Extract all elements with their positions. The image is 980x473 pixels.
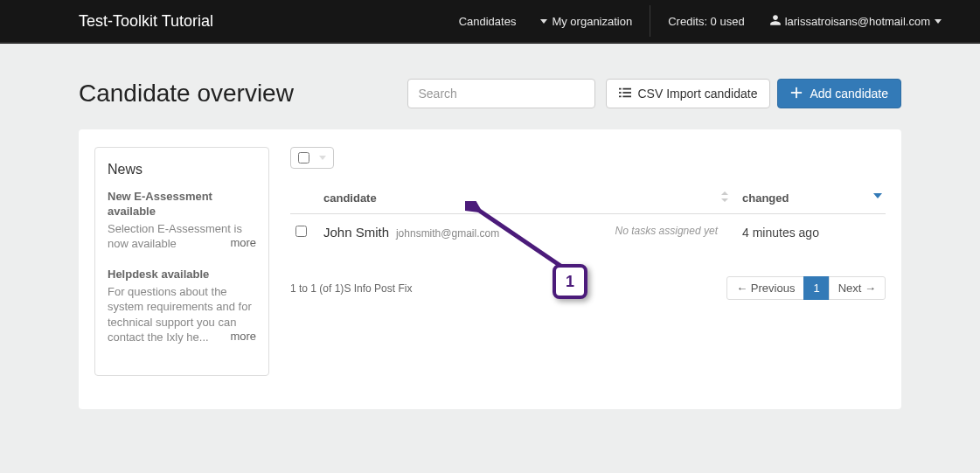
pager: ← Previous 1 Next → [726, 276, 886, 300]
user-icon [769, 14, 785, 29]
nav-my-organization[interactable]: My organization [528, 0, 644, 43]
add-candidate-label: Add candidate [810, 87, 888, 101]
csv-import-label: CSV Import candidate [638, 87, 758, 101]
news-item-more-link[interactable]: more [230, 236, 256, 249]
nav-user-menu[interactable]: larissatroisans@hotmail.com [757, 0, 954, 43]
news-item: New E-Assessment available Selection E-A… [108, 190, 256, 252]
top-navbar: Test-Toolkit Tutorial Candidates My orga… [0, 0, 980, 44]
row-checkbox[interactable] [295, 226, 307, 237]
svg-rect-1 [622, 87, 631, 89]
candidate-changed: 4 minutes ago [737, 214, 886, 251]
candidate-tasks-status: No tasks assigned yet [615, 225, 732, 237]
svg-rect-2 [619, 92, 622, 94]
nav-candidates-label: Candidates [459, 15, 517, 28]
table-row[interactable]: John Smith johnsmith@gmail.com No tasks … [290, 214, 886, 251]
page-title: Candidate overview [79, 80, 294, 108]
news-item-body: Selection E-Assessment is now available [108, 222, 242, 251]
svg-rect-3 [622, 92, 631, 94]
main-panel: News New E-Assessment available Selectio… [79, 129, 901, 409]
plus-icon [790, 87, 810, 101]
nav-separator [650, 5, 650, 37]
news-box: News New E-Assessment available Selectio… [94, 147, 269, 376]
nav-credits[interactable]: Credits: 0 used [656, 0, 756, 43]
caret-down-icon [319, 156, 326, 160]
candidate-name: John Smith [323, 225, 389, 240]
news-heading: News [108, 162, 256, 177]
nav-user-email: larissatroisans@hotmail.com [785, 15, 930, 28]
svg-rect-5 [622, 95, 631, 97]
list-icon [619, 87, 638, 101]
svg-rect-4 [619, 95, 622, 97]
search-input[interactable] [407, 79, 595, 108]
sort-icon [721, 191, 728, 202]
footer-count: 1 to 1 (of 1) [290, 282, 344, 295]
col-checkbox-header [290, 184, 318, 214]
caret-down-icon [540, 19, 547, 24]
news-item: Helpdesk available For questions about t… [108, 268, 256, 345]
page-header: Candidate overview CSV Import candidate … [79, 79, 901, 108]
col-changed-header[interactable]: changed [737, 184, 886, 214]
caret-down-icon [935, 19, 942, 24]
footer-suffix: S Info Post Fix [344, 282, 412, 295]
svg-rect-7 [791, 92, 802, 94]
news-item-title: New E-Assessment available [108, 190, 256, 219]
csv-import-button[interactable]: CSV Import candidate [606, 79, 771, 108]
table-area: candidate changed [290, 147, 886, 385]
bulk-select-checkbox[interactable] [298, 152, 309, 163]
table-footer: 1 to 1 (of 1) S Info Post Fix ← Previous… [290, 276, 886, 300]
svg-rect-0 [619, 87, 622, 89]
brand-title: Test-Toolkit Tutorial [79, 12, 213, 31]
page-body: Candidate overview CSV Import candidate … [0, 44, 980, 409]
candidates-table: candidate changed [290, 184, 886, 250]
news-item-title: Helpdesk available [108, 268, 256, 282]
filter-caret-icon [873, 193, 882, 198]
add-candidate-button[interactable]: Add candidate [777, 79, 901, 108]
nav-candidates[interactable]: Candidates [447, 0, 529, 43]
nav-credits-label: Credits: 0 used [668, 15, 744, 28]
news-item-more-link[interactable]: more [230, 330, 256, 343]
pager-next[interactable]: Next → [829, 276, 886, 300]
candidate-email: johnsmith@gmail.com [396, 227, 499, 240]
col-candidate-header[interactable]: candidate [318, 184, 737, 214]
bulk-select-dropdown[interactable] [290, 147, 334, 169]
pager-prev[interactable]: ← Previous [726, 276, 804, 300]
pager-page-1[interactable]: 1 [803, 276, 829, 300]
nav-my-org-label: My organization [552, 15, 632, 28]
